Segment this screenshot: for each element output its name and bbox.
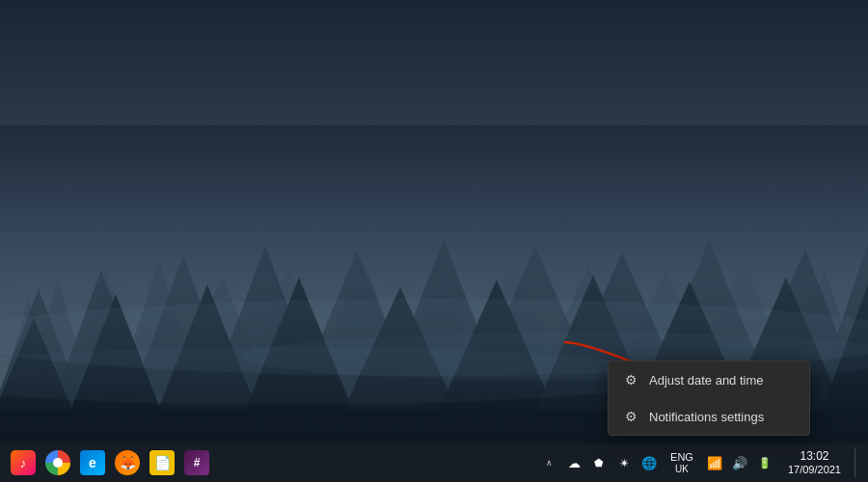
network-icon: ⬟ — [594, 457, 604, 469]
gear-icon-notif: ⚙ — [622, 408, 639, 425]
taskbar-icon-edge[interactable]: e — [77, 447, 108, 478]
tray-icon-battery[interactable]: 🔋 — [755, 447, 774, 478]
adjust-date-time-label: Adjust date and time — [649, 373, 764, 388]
clock-time: 13:02 — [800, 449, 828, 463]
tray-icon-wifi[interactable]: 📶 — [705, 447, 724, 478]
show-desktop-button[interactable] — [854, 447, 860, 478]
notifications-settings-item[interactable]: ⚙ Notifications settings — [609, 398, 809, 435]
taskbar-app-icons: ♪ e 🦊 — [0, 443, 212, 482]
wifi-icon: 📶 — [707, 456, 722, 470]
bluetooth-icon: ✴ — [619, 456, 630, 470]
region-text: UK — [675, 464, 689, 474]
notifications-settings-label: Notifications settings — [649, 410, 764, 424]
taskbar: ♪ e 🦊 — [0, 443, 868, 482]
context-menu: ⚙ Adjust date and time ⚙ Notifications s… — [608, 361, 810, 436]
tray-icon-network[interactable]: ⬟ — [589, 447, 609, 478]
tray-icon-bluetooth[interactable]: ✴ — [614, 447, 634, 478]
browser-icon: 🌐 — [641, 456, 657, 470]
gear-icon-date: ⚙ — [622, 371, 639, 388]
taskbar-icon-slack[interactable]: # — [181, 447, 212, 478]
battery-icon: 🔋 — [758, 457, 772, 469]
cloud-icon: ☁ — [568, 456, 581, 470]
tray-icon-cloud[interactable]: ☁ — [564, 447, 583, 478]
taskbar-system-tray: ∧ ☁ ⬟ ✴ 🌐 ENG UK — [539, 443, 868, 482]
expand-icon: ∧ — [546, 458, 553, 468]
language-text: ENG — [670, 451, 693, 463]
taskbar-icon-browser[interactable] — [42, 447, 73, 478]
taskbar-icon-firefox[interactable]: 🦊 — [112, 447, 143, 478]
desktop: ⚙ Adjust date and time ⚙ Notifications s… — [0, 0, 868, 482]
taskbar-icon-flstudio[interactable]: ♪ — [8, 447, 39, 478]
tray-icon-volume[interactable]: 🔊 — [730, 447, 749, 478]
volume-icon: 🔊 — [732, 456, 747, 470]
adjust-date-time-item[interactable]: ⚙ Adjust date and time — [609, 362, 809, 398]
clock-display[interactable]: 13:02 17/09/2021 — [780, 443, 849, 482]
language-indicator[interactable]: ENG UK — [665, 443, 699, 482]
clock-date: 17/09/2021 — [788, 464, 841, 476]
taskbar-icon-notes[interactable]: 📄 — [147, 447, 177, 478]
tray-icon-browser2[interactable]: 🌐 — [639, 447, 659, 478]
tray-expand-button[interactable]: ∧ — [539, 447, 558, 478]
